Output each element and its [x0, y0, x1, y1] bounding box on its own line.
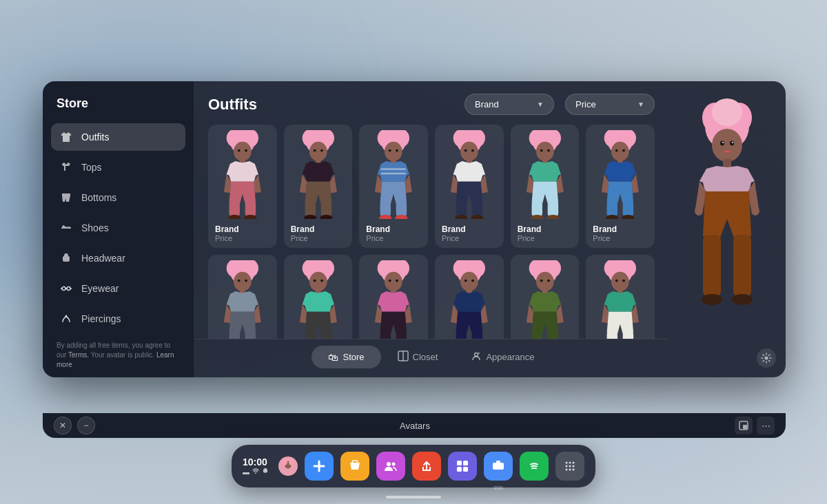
store-header: Outfits Brand ▼ Price ▼: [194, 81, 668, 122]
svg-rect-169: [463, 461, 468, 465]
taskbar-grid-button[interactable]: [555, 452, 584, 481]
sidebar-item-eyewear[interactable]: Eyewear: [51, 275, 185, 302]
svg-point-44: [471, 149, 474, 152]
items-grid: Brand Price Brand Price: [194, 122, 668, 339]
sidebar-item-tops-label: Tops: [81, 162, 102, 173]
item-brand-label: Brand: [518, 224, 573, 234]
outfits-icon: [59, 130, 73, 144]
sidebar-item-bottoms-label: Bottoms: [81, 192, 116, 203]
price-filter-dropdown[interactable]: Price ▼: [565, 94, 655, 115]
svg-point-149: [722, 142, 724, 143]
svg-rect-135: [623, 331, 633, 339]
item-price-label: Price: [366, 234, 421, 242]
nav-closet[interactable]: Closet: [381, 345, 455, 369]
nav-appearance[interactable]: Appearance: [454, 345, 551, 369]
item-card[interactable]: Brand Price: [586, 125, 655, 248]
item-card[interactable]: Brand Price: [359, 255, 428, 339]
taskbar-time: 10:00: [243, 456, 267, 468]
svg-rect-36: [396, 201, 407, 217]
svg-rect-155: [733, 235, 751, 297]
svg-point-7: [234, 142, 252, 161]
svg-rect-90: [305, 331, 315, 339]
nav-store[interactable]: 🛍 Store: [312, 346, 380, 368]
svg-rect-79: [229, 331, 240, 339]
taskbar-app-health[interactable]: [305, 452, 334, 481]
notification-icon: [262, 468, 269, 476]
more-options-button[interactable]: ⋯: [757, 417, 775, 434]
item-card[interactable]: Brand Price: [284, 255, 353, 339]
svg-point-121: [547, 279, 550, 282]
svg-point-2: [67, 287, 70, 291]
item-brand-label: Brand: [366, 224, 421, 234]
svg-rect-0: [63, 256, 70, 262]
sidebar-item-piercings[interactable]: Piercings: [51, 305, 185, 333]
item-card[interactable]: Brand Price: [284, 125, 353, 248]
svg-rect-170: [457, 467, 462, 472]
svg-point-86: [309, 271, 327, 291]
svg-point-3: [65, 315, 68, 317]
store-page-title: Outfits: [208, 96, 453, 114]
svg-point-20: [320, 149, 323, 152]
item-brand-label: Brand: [593, 224, 648, 234]
window-minimize-button[interactable]: −: [77, 417, 95, 434]
svg-point-77: [245, 279, 247, 282]
svg-point-167: [392, 463, 396, 466]
sidebar-item-outfits-label: Outfits: [81, 132, 109, 143]
item-card[interactable]: Brand Price: [435, 255, 504, 339]
sidebar-item-headwear-label: Headwear: [81, 253, 125, 264]
taskbar-app-share[interactable]: [412, 452, 441, 481]
svg-point-140: [475, 353, 478, 357]
item-card[interactable]: Brand Price: [208, 255, 277, 339]
svg-rect-34: [381, 173, 406, 175]
main-content: Outfits Brand ▼ Price ▼: [194, 81, 668, 377]
svg-point-19: [313, 149, 316, 152]
window-close-button[interactable]: ✕: [54, 417, 72, 434]
sidebar-item-tops[interactable]: Tops: [51, 154, 185, 181]
svg-point-43: [464, 149, 467, 152]
svg-point-161: [255, 472, 256, 474]
bottoms-icon: [59, 191, 73, 204]
brand-filter-dropdown[interactable]: Brand ▼: [464, 94, 554, 115]
taskbar-avatar[interactable]: [278, 456, 298, 476]
svg-point-75: [234, 271, 252, 291]
item-card[interactable]: Brand Price: [435, 125, 504, 248]
svg-rect-68: [607, 201, 617, 217]
sidebar-item-bottoms[interactable]: Bottoms: [51, 184, 185, 211]
svg-point-141: [478, 353, 480, 354]
svg-point-157: [732, 294, 753, 305]
svg-rect-91: [320, 331, 331, 339]
preview-avatar-figure: [679, 98, 775, 360]
svg-rect-123: [531, 331, 542, 339]
svg-point-55: [547, 149, 550, 152]
item-card[interactable]: Brand Price: [511, 125, 580, 248]
sidebar-item-shoes[interactable]: Shoes: [51, 214, 185, 242]
svg-point-18: [309, 142, 327, 161]
svg-rect-22: [305, 201, 315, 217]
svg-point-152: [695, 206, 703, 216]
taskbar-app-media2[interactable]: qqq: [484, 452, 513, 481]
taskbar-app-spotify[interactable]: [520, 452, 549, 481]
item-card[interactable]: Brand Price: [359, 125, 428, 248]
settings-icon[interactable]: [757, 348, 776, 368]
svg-point-87: [313, 279, 316, 282]
item-card[interactable]: Brand Price: [586, 255, 655, 339]
svg-rect-23: [320, 201, 331, 217]
svg-point-53: [536, 142, 554, 161]
svg-point-88: [320, 279, 323, 282]
taskbar-app-store[interactable]: [340, 452, 369, 481]
terms-link[interactable]: Terms.: [68, 351, 89, 359]
svg-point-145: [712, 98, 742, 126]
sidebar-item-headwear[interactable]: Headwear: [51, 244, 185, 272]
taskbar-app-media1[interactable]: [448, 452, 477, 481]
item-card[interactable]: Brand Price: [511, 255, 580, 339]
svg-point-164: [282, 459, 287, 465]
svg-point-119: [536, 271, 554, 291]
taskbar-app-people[interactable]: [376, 452, 405, 481]
pip-button[interactable]: [735, 417, 753, 434]
svg-rect-134: [607, 331, 617, 339]
svg-point-8: [238, 149, 241, 152]
svg-point-178: [566, 465, 568, 468]
sidebar-item-outfits[interactable]: Outfits: [51, 123, 185, 151]
titlebar-actions: ⋯: [735, 417, 775, 434]
item-card[interactable]: Brand Price: [208, 125, 277, 248]
